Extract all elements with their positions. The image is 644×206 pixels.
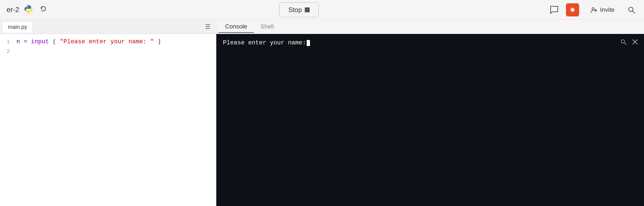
editor-tab-label: main.py bbox=[8, 24, 27, 30]
main-content: main.py ☰ 1 n = input ( "Please enter yo… bbox=[0, 20, 644, 206]
console-icons bbox=[620, 38, 639, 47]
svg-line-2 bbox=[571, 8, 572, 9]
code-line-2: 2 bbox=[0, 48, 216, 58]
tab-console[interactable]: Console bbox=[219, 21, 254, 33]
svg-line-14 bbox=[633, 11, 635, 13]
code-op: = bbox=[24, 38, 31, 45]
console-output: Please enter your name: bbox=[223, 39, 637, 46]
line-number-1: 1 bbox=[0, 39, 16, 45]
line-content-1: n = input ( "Please enter your name: " ) bbox=[16, 38, 216, 45]
search-button[interactable] bbox=[625, 4, 637, 16]
tab-shell[interactable]: Shell bbox=[254, 21, 280, 33]
editor-panel: main.py ☰ 1 n = input ( "Please enter yo… bbox=[0, 20, 216, 206]
console-panel: Console Shell Please enter your name: bbox=[216, 20, 644, 206]
svg-line-5 bbox=[574, 9, 575, 10]
code-area: 1 n = input ( "Please enter your name: "… bbox=[0, 34, 216, 206]
svg-line-4 bbox=[570, 9, 571, 10]
topbar-center: Stop bbox=[279, 2, 318, 17]
topbar-left: er-2 bbox=[7, 4, 50, 16]
code-paren-close: ) bbox=[157, 38, 161, 45]
bug-button[interactable] bbox=[566, 3, 579, 16]
console-close-button[interactable] bbox=[631, 38, 639, 47]
console-cursor bbox=[307, 40, 310, 46]
code-var: n bbox=[16, 38, 20, 45]
console-search-button[interactable] bbox=[620, 38, 627, 47]
svg-point-15 bbox=[621, 40, 625, 43]
code-func: input bbox=[31, 38, 49, 45]
console-body[interactable]: Please enter your name: bbox=[216, 34, 644, 206]
editor-tabs: main.py ☰ bbox=[0, 20, 216, 34]
hamburger-icon[interactable]: ☰ bbox=[205, 23, 211, 30]
chat-button[interactable] bbox=[548, 4, 560, 16]
svg-point-10 bbox=[592, 8, 594, 10]
stop-square-icon bbox=[305, 7, 310, 12]
svg-line-3 bbox=[574, 8, 574, 9]
python-icon bbox=[24, 4, 33, 15]
code-paren-open: ( bbox=[53, 38, 56, 45]
topbar-right: Invite bbox=[548, 3, 637, 16]
editor-tab-main[interactable]: main.py bbox=[2, 21, 33, 33]
invite-label: Invite bbox=[600, 6, 614, 13]
line-number-2: 2 bbox=[0, 48, 16, 55]
code-string: "Please enter your name: " bbox=[60, 38, 154, 45]
stop-label: Stop bbox=[288, 6, 302, 14]
code-line-1: 1 n = input ( "Please enter your name: "… bbox=[0, 38, 216, 48]
svg-line-16 bbox=[624, 43, 626, 45]
console-tabs: Console Shell bbox=[216, 20, 644, 34]
topbar: er-2 bbox=[0, 0, 644, 20]
app-title: er-2 bbox=[7, 5, 19, 14]
invite-button[interactable]: Invite bbox=[585, 4, 620, 16]
stop-button[interactable]: Stop bbox=[279, 2, 318, 17]
undo-button[interactable] bbox=[38, 4, 50, 16]
console-output-text: Please enter your name: bbox=[223, 39, 306, 46]
